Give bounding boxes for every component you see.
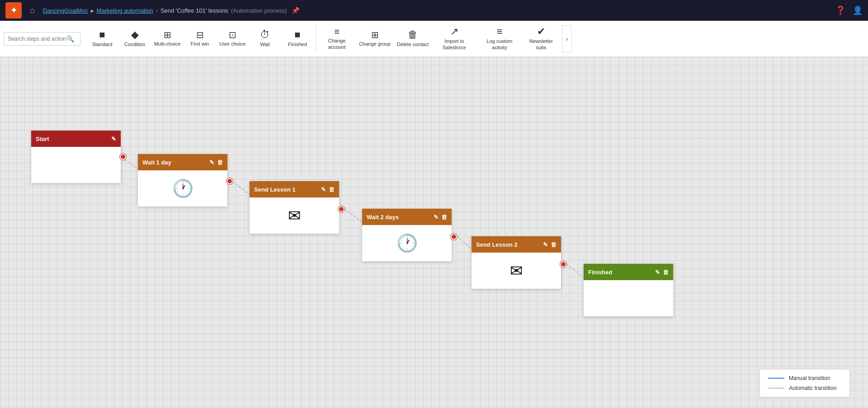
node-finished[interactable]: Finished ✎ 🗑 [583,263,674,317]
standard-icon: ■ [99,30,105,40]
toolbar-import-salesforce[interactable]: ↗ Import to Salesforce [432,23,477,55]
toolbar-condition[interactable]: ◆ Condition [118,23,151,55]
node-send1-body: ✉ [250,197,339,234]
auto-line-icon [768,388,784,389]
newsletter-subs-label: Newsletter subs [524,38,558,50]
legend-manual-label: Manual transition [789,375,830,381]
import-salesforce-icon: ↗ [450,27,458,37]
wait1-output-dot[interactable] [226,178,233,184]
node-wait1[interactable]: Wait 1 day ✎ 🗑 🕐 [137,154,228,207]
breadcrumb-arrow1: ▸ [91,7,94,14]
node-wait2-body: 🕐 [362,225,452,261]
legend-auto: Automatic transition [768,385,841,391]
toolbar-multi-choice[interactable]: ⊞ Multi-choice [151,23,184,55]
condition-icon: ◆ [131,30,139,40]
node-start-edit-icon[interactable]: ✎ [111,136,116,142]
pin-icon[interactable]: 📌 [292,7,299,14]
node-finished-header: Finished ✎ 🗑 [584,264,673,280]
log-custom-label: Log custom activity [479,38,520,50]
wait-icon: ⏱ [260,30,270,40]
finished-icon: ■ [294,30,300,40]
first-win-icon: ⊟ [196,30,204,39]
legend: Manual transition Automatic transition [760,369,850,397]
breadcrumb-sep: › [156,7,158,14]
node-finished-edit-icon[interactable]: ✎ [655,269,660,276]
toolbar-standard[interactable]: ■ Standard [86,23,118,55]
start-output-dot[interactable] [120,154,126,160]
node-finished-body [584,280,673,316]
breadcrumb-current: Send 'Coffee 101' lessons [160,7,228,14]
node-wait1-title: Wait 1 day [142,159,209,166]
node-wait1-edit-icon[interactable]: ✎ [209,159,214,166]
node-wait2-header: Wait 2 days ✎ 🗑 [362,209,452,225]
help-icon[interactable]: ❓ [835,5,845,15]
toolbar-delete-contact[interactable]: 🗑 Delete contact [394,23,432,55]
node-start-actions: ✎ [111,136,116,142]
change-account-label: Change account [320,38,354,50]
node-wait2[interactable]: Wait 2 days ✎ 🗑 🕐 [362,208,452,262]
node-send2-edit-icon[interactable]: ✎ [543,241,548,248]
toolbar-first-win[interactable]: ⊟ First win [184,23,216,55]
send2-output-dot[interactable] [560,261,566,267]
app-logo[interactable]: ✦ [5,2,22,19]
node-send1-edit-icon[interactable]: ✎ [321,186,326,193]
node-start-body [31,147,121,183]
toolbar-log-custom[interactable]: ≡ Log custom activity [477,23,522,55]
search-box[interactable]: 🔍 [4,32,80,46]
toolbar-user-choice[interactable]: ⊡ User choice [216,23,249,55]
import-salesforce-label: Import to Salesforce [434,38,475,50]
breadcrumb-org[interactable]: DancingGoatMvc [43,7,88,14]
node-send2-header: Send Lesson 2 ✎ 🗑 [472,236,561,253]
toolbar: 🔍 ■ Standard ◆ Condition ⊞ Multi-choice … [0,21,868,57]
delete-contact-label: Delete contact [397,42,429,47]
toolbar-change-group[interactable]: ⊞ Change group [356,23,394,55]
toolbar-newsletter-subs[interactable]: ✔ Newsletter subs [522,23,560,55]
home-button[interactable]: ⌂ [26,4,38,17]
toolbar-change-account[interactable]: ≡ Change account [318,23,356,55]
nav-right: ❓ 👤 [835,5,863,15]
change-account-icon: ≡ [334,27,340,36]
legend-auto-label: Automatic transition [789,385,836,391]
user-icon[interactable]: 👤 [853,5,863,15]
change-group-label: Change group [359,41,391,47]
node-send2-title: Send Lesson 2 [476,241,543,248]
node-send1-header: Send Lesson 1 ✎ 🗑 [250,181,339,197]
clock-icon-1: 🕐 [172,178,193,198]
node-start-title: Start [36,136,111,142]
node-send2-actions: ✎ 🗑 [543,241,557,248]
wait-label: Wait [260,42,270,47]
node-send1-actions: ✎ 🗑 [321,186,335,193]
node-wait2-actions: ✎ 🗑 [434,214,447,220]
toolbar-finished[interactable]: ■ Finished [281,23,314,55]
toolbar-wait[interactable]: ⏱ Wait [249,23,281,55]
send1-output-dot[interactable] [338,206,344,212]
wait2-output-dot[interactable] [451,234,457,240]
user-choice-label: User choice [219,41,245,47]
toolbar-divider [316,25,316,52]
node-wait2-title: Wait 2 days [367,214,434,220]
node-finished-delete-icon[interactable]: 🗑 [663,269,669,276]
breadcrumb-link[interactable]: Marketing automation [97,7,153,14]
node-wait1-header: Wait 1 day ✎ 🗑 [138,154,227,170]
node-wait2-delete-icon[interactable]: 🗑 [441,214,447,220]
email-icon-1: ✉ [288,206,301,225]
multi-choice-label: Multi-choice [154,41,181,47]
node-wait2-edit-icon[interactable]: ✎ [434,214,439,220]
search-input[interactable] [8,36,66,42]
node-send1[interactable]: Send Lesson 1 ✎ 🗑 ✉ [249,181,340,234]
delete-contact-icon: 🗑 [408,30,418,40]
search-icon: 🔍 [66,35,74,42]
breadcrumb-sub: (Automation process) [231,7,287,14]
node-send2-delete-icon[interactable]: 🗑 [551,241,557,248]
finished-label: Finished [288,42,307,47]
node-start[interactable]: Start ✎ [31,130,121,183]
user-choice-icon: ⊡ [229,30,236,39]
node-send1-delete-icon[interactable]: 🗑 [329,186,335,193]
node-send2[interactable]: Send Lesson 2 ✎ 🗑 ✉ [471,236,561,289]
node-wait1-actions: ✎ 🗑 [209,159,223,166]
multi-choice-icon: ⊞ [164,30,171,39]
toolbar-scroll-right[interactable]: › [562,25,572,52]
email-icon-2: ✉ [510,262,523,280]
log-custom-icon: ≡ [497,27,503,37]
node-wait1-delete-icon[interactable]: 🗑 [217,159,223,166]
